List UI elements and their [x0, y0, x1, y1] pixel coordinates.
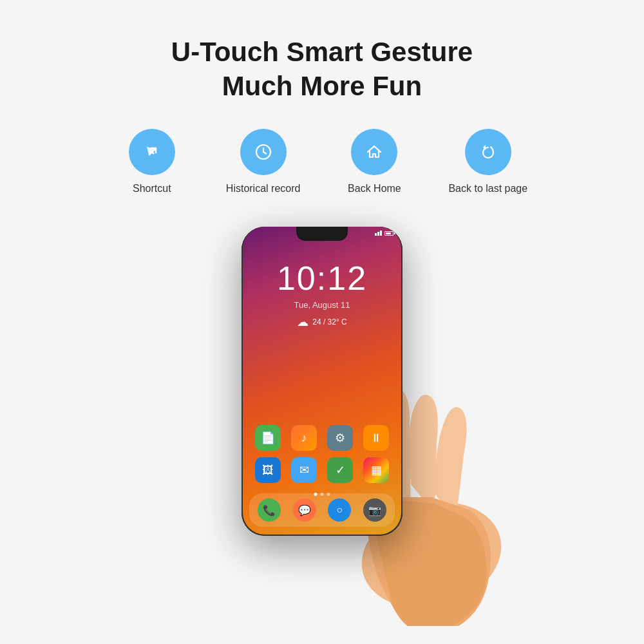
shortcut-label: Shortcut: [133, 183, 171, 194]
back-last-page-label: Back to last page: [448, 183, 527, 194]
phone-illustration-container: 10:12 Tue, August 11 ☁ 24 / 32° C 📄 ♪ ⚙ …: [0, 227, 644, 644]
signal-icon: [375, 231, 382, 236]
dock-phone-icon: 📞: [258, 498, 281, 522]
feature-shortcut: Shortcut: [117, 129, 187, 194]
phone-weather: ☁ 24 / 32° C: [297, 315, 347, 329]
apps-grid: 📄 ♪ ⚙ ⏸ 🖼 ✉ ✓ ▦: [243, 425, 401, 483]
dock: 📞 💬 ○ 📷: [249, 493, 395, 527]
lock-screen: 10:12 Tue, August 11 ☁ 24 / 32° C: [243, 227, 401, 535]
back-home-label: Back Home: [348, 183, 401, 194]
app-icon-3: ⚙: [327, 425, 353, 451]
app-icon-1: 📄: [255, 425, 281, 451]
historical-record-label: Historical record: [226, 183, 301, 194]
app-icon-2: ♪: [291, 425, 317, 451]
features-row: Shortcut Historical record Back Home Bac…: [117, 129, 527, 194]
app-icon-5: 🖼: [255, 457, 281, 483]
dock-browser-icon: ○: [328, 498, 351, 522]
page-title: U-Touch Smart Gesture Much More Fun: [171, 35, 473, 103]
app-icon-6: ✉: [291, 457, 317, 483]
clock-icon: [253, 142, 274, 162]
battery-icon: [384, 231, 393, 236]
dock-camera-icon: 📷: [363, 498, 386, 522]
app-icon-8: ▦: [363, 457, 389, 483]
phone-date: Tue, August 11: [294, 300, 350, 310]
weather-icon: ☁: [297, 315, 308, 329]
phone-time: 10:12: [277, 259, 367, 298]
weather-temp: 24 / 32° C: [312, 317, 347, 327]
back-icon: [478, 142, 498, 162]
phone-frame: 10:12 Tue, August 11 ☁ 24 / 32° C 📄 ♪ ⚙ …: [242, 227, 402, 536]
phone-screen: 10:12 Tue, August 11 ☁ 24 / 32° C 📄 ♪ ⚙ …: [243, 227, 401, 535]
feature-historical-record: Historical record: [226, 129, 301, 194]
page-header: U-Touch Smart Gesture Much More Fun: [171, 35, 473, 103]
app-icon-7: ✓: [327, 457, 353, 483]
shortcut-icon-circle: [129, 129, 175, 175]
status-bar: [242, 231, 402, 236]
home-icon: [364, 142, 384, 162]
app-icon-4: ⏸: [363, 425, 389, 451]
feature-back-home: Back Home: [339, 129, 410, 194]
hand-phone-wrapper: 10:12 Tue, August 11 ☁ 24 / 32° C 📄 ♪ ⚙ …: [187, 227, 457, 587]
historical-record-icon-circle: [240, 129, 287, 175]
back-home-icon-circle: [351, 129, 397, 175]
shortcut-icon: [142, 142, 162, 162]
dock-message-icon: 💬: [293, 498, 316, 522]
feature-back-last-page: Back to last page: [448, 129, 527, 194]
back-last-page-icon-circle: [465, 129, 511, 175]
